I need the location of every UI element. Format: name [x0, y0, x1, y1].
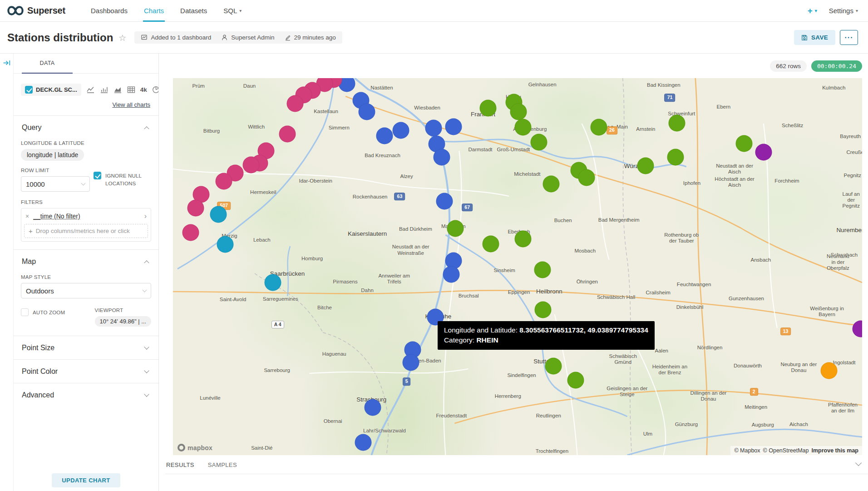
tab-results[interactable]: RESULTS [166, 461, 194, 468]
map-point[interactable] [265, 274, 281, 291]
map-point[interactable] [358, 103, 375, 120]
update-chart-button[interactable]: UPDATE CHART [52, 473, 120, 487]
map-point[interactable] [402, 354, 419, 371]
map-point[interactable] [567, 372, 584, 388]
auto-zoom-checkbox[interactable] [21, 308, 29, 316]
big-number-4k-icon[interactable]: 4k [140, 86, 147, 93]
map-point[interactable] [286, 95, 303, 112]
area-chart-icon[interactable] [113, 86, 122, 93]
viz-type-selected[interactable]: DECK.GL SC... [21, 84, 81, 96]
mapbox-logo[interactable]: mapbox [178, 444, 212, 451]
map-point[interactable] [591, 119, 607, 135]
new-item-button[interactable]: +▾ [808, 6, 817, 16]
nav-item-dashboards[interactable]: Dashboards [83, 0, 136, 22]
row-limit-select[interactable]: 10000 [21, 176, 90, 192]
map-style-select[interactable]: Outdoors [21, 283, 151, 298]
map-point[interactable] [534, 261, 551, 278]
pie-chart-icon[interactable] [152, 86, 158, 94]
map-place-label: Donauwörth [734, 363, 762, 369]
map-point[interactable] [393, 122, 409, 139]
map-place-label: Bruchsal [459, 293, 479, 299]
save-button[interactable]: SAVE [794, 30, 835, 45]
map-point[interactable] [443, 266, 460, 283]
map-point[interactable] [510, 103, 527, 120]
section-point-color-header[interactable]: Point Color [21, 360, 151, 377]
map-point[interactable] [479, 99, 496, 116]
nav-item-sql[interactable]: SQL▾ [215, 0, 250, 22]
nav-item-charts[interactable]: Charts [136, 0, 172, 22]
map-point[interactable] [217, 236, 234, 253]
viz-checked-checkbox[interactable] [25, 86, 33, 94]
expand-panel-icon[interactable] [3, 59, 11, 67]
osm-attribution-link[interactable]: © OpenStreetMap [763, 447, 809, 454]
map-point[interactable] [216, 173, 232, 190]
map-point[interactable] [668, 114, 685, 131]
panel-collapse-rail [0, 54, 14, 491]
favorite-star-icon[interactable]: ☆ [118, 33, 126, 43]
map-place-label: Günzburg [675, 422, 698, 427]
view-all-charts-link[interactable]: View all charts [112, 101, 150, 108]
map-point[interactable] [445, 119, 462, 135]
close-icon[interactable]: × [25, 213, 29, 220]
map-place-label: Prüm [192, 84, 204, 89]
improve-map-link[interactable]: Improve this map [812, 447, 859, 454]
section-query-header[interactable]: Query [21, 116, 151, 134]
road-shield: 5 [403, 377, 411, 386]
filters-box: × __time (No filter) › + Drop columns/me… [21, 208, 151, 242]
filters-drop-zone[interactable]: + Drop columns/metrics here or click [24, 224, 148, 238]
section-point-size-header[interactable]: Point Size [21, 336, 151, 354]
map-point[interactable] [425, 120, 442, 137]
map-point[interactable] [447, 220, 464, 237]
road-shield: 63 [395, 193, 405, 201]
ignore-null-checkbox[interactable] [94, 172, 101, 179]
last-modified-badge[interactable]: 29 minutes ago [285, 34, 336, 41]
more-actions-button[interactable]: ··· [840, 30, 858, 45]
superset-logo[interactable]: Superset [7, 5, 65, 16]
nav-item-datasets[interactable]: Datasets [172, 0, 215, 22]
bar-chart-icon[interactable] [100, 86, 108, 93]
map-point[interactable] [434, 149, 450, 166]
map-point[interactable] [821, 362, 838, 379]
collapse-results-chevron-icon[interactable] [855, 460, 862, 466]
map-point[interactable] [376, 127, 393, 144]
map-place-label: Meitingen [745, 405, 767, 411]
map-point[interactable] [482, 236, 499, 253]
map-point[interactable] [279, 125, 296, 142]
map-place-label: Trochtelfingen [536, 448, 568, 454]
settings-menu[interactable]: Settings▾ [829, 7, 858, 15]
section-advanced-header[interactable]: Advanced [21, 383, 151, 401]
table-icon[interactable] [127, 86, 135, 93]
map-point[interactable] [736, 135, 753, 152]
map-point[interactable] [755, 144, 772, 160]
map-place-label: Neustadt an der Aisch [713, 163, 756, 175]
map-point[interactable] [545, 358, 562, 375]
lonlat-value-pill[interactable]: longitude | latitude [21, 149, 84, 161]
owner-badge[interactable]: Superset Admin [221, 34, 274, 41]
map-point[interactable] [667, 149, 684, 166]
map-point[interactable] [242, 156, 259, 173]
tab-data[interactable]: DATA [22, 54, 73, 74]
tab-samples[interactable]: SAMPLES [208, 461, 237, 468]
map-point[interactable] [578, 169, 595, 186]
map-point[interactable] [515, 231, 532, 248]
auto-zoom-control: AUTO ZOOM [21, 308, 84, 327]
map-point[interactable] [436, 193, 453, 210]
filter-pill-time[interactable]: × __time (No filter) › [21, 208, 151, 224]
line-chart-icon[interactable] [86, 86, 95, 93]
mapbox-attribution-link[interactable]: © Mapbox [734, 447, 760, 454]
map-point[interactable] [210, 206, 227, 223]
map-point[interactable] [365, 399, 381, 416]
map-point[interactable] [355, 434, 371, 451]
map-point[interactable] [182, 224, 199, 241]
map-point[interactable] [535, 302, 552, 318]
viewport-value-pill[interactable]: 10° 24' 49.86" | ... [95, 316, 151, 327]
map-point[interactable] [852, 320, 862, 337]
map-point[interactable] [543, 176, 560, 193]
map-point[interactable] [187, 199, 204, 216]
map-point[interactable] [531, 134, 547, 151]
map-point[interactable] [515, 119, 532, 135]
map-point[interactable] [637, 158, 654, 174]
dashboard-count-badge[interactable]: Added to 1 dashboard [141, 34, 211, 41]
map-canvas[interactable]: PrümDaunNastättenGelnhausenBad Kissingen… [173, 78, 862, 455]
section-map-header[interactable]: Map [21, 250, 151, 268]
